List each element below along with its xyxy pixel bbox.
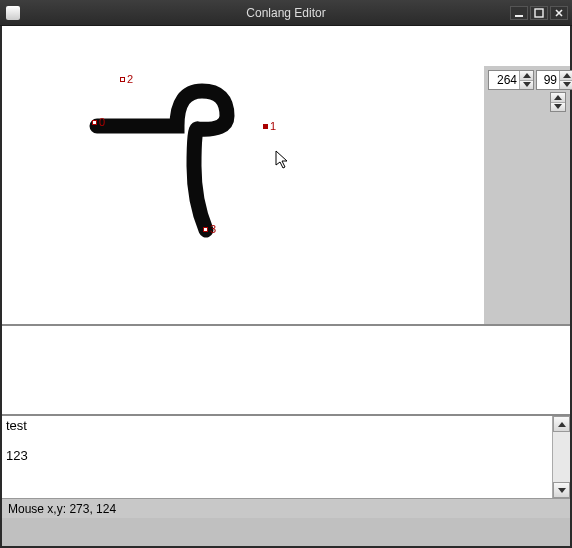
- titlebar: Conlang Editor: [0, 0, 572, 26]
- y-step-down[interactable]: [559, 81, 572, 90]
- svg-marker-7: [563, 82, 571, 87]
- panel-header: [484, 26, 570, 66]
- extra-stepper[interactable]: [550, 92, 566, 112]
- textarea-scrollbar[interactable]: [552, 416, 570, 498]
- x-step-down[interactable]: [519, 81, 533, 90]
- x-spinner[interactable]: [488, 70, 534, 90]
- svg-marker-11: [558, 488, 566, 493]
- output-panel: [2, 324, 570, 414]
- control-point-0[interactable]: 0: [92, 115, 105, 128]
- svg-rect-0: [515, 15, 523, 17]
- status-label: Mouse x,y:: [8, 502, 66, 516]
- svg-marker-6: [563, 73, 571, 78]
- minimize-button[interactable]: [510, 6, 528, 20]
- text-input[interactable]: [2, 416, 552, 498]
- close-button[interactable]: [550, 6, 568, 20]
- scroll-up-button[interactable]: [553, 416, 570, 432]
- svg-marker-8: [554, 95, 562, 100]
- side-panel: [484, 26, 570, 324]
- scroll-track[interactable]: [553, 432, 570, 482]
- status-bar: Mouse x,y: 273, 124: [2, 498, 570, 518]
- svg-marker-10: [558, 422, 566, 427]
- mouse-cursor-icon: [275, 150, 289, 170]
- drawing-canvas[interactable]: 0123: [2, 26, 484, 324]
- svg-marker-5: [523, 82, 531, 87]
- control-point-2[interactable]: 2: [120, 72, 133, 85]
- y-spinner-input[interactable]: [537, 71, 559, 89]
- y-step-up[interactable]: [559, 71, 572, 81]
- maximize-button[interactable]: [530, 6, 548, 20]
- output-text: [2, 326, 570, 330]
- app-icon: [6, 6, 20, 20]
- control-point-3[interactable]: 3: [203, 222, 216, 235]
- control-point-1[interactable]: 1: [263, 119, 276, 132]
- status-coords: 273, 124: [69, 502, 116, 516]
- window-title: Conlang Editor: [246, 6, 325, 20]
- x-step-up[interactable]: [519, 71, 533, 81]
- extra-step-down[interactable]: [551, 103, 565, 112]
- y-spinner[interactable]: [536, 70, 572, 90]
- x-spinner-input[interactable]: [489, 71, 519, 89]
- scroll-down-button[interactable]: [553, 482, 570, 498]
- extra-step-up[interactable]: [551, 93, 565, 103]
- svg-marker-4: [523, 73, 531, 78]
- svg-marker-9: [554, 104, 562, 109]
- svg-rect-1: [535, 9, 543, 17]
